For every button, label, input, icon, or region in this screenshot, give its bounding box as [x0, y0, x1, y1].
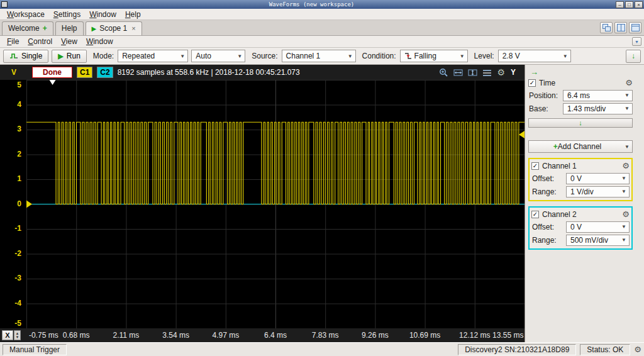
titlebar[interactable]: WaveForms (new workspace) – □ ×	[0, 0, 644, 9]
time-panel: ✓ Time ⚙ Position: 6.4 ms ▼ Base: 1.43 m…	[528, 77, 633, 115]
y-axis-label: 0	[17, 199, 21, 208]
toolbar-expand-button[interactable]: ↓	[626, 50, 641, 63]
y-axis-label: -3	[14, 274, 21, 282]
tab-scope1[interactable]: ▶ Scope 1 ×	[86, 21, 142, 35]
maximize-icon[interactable]: □	[625, 1, 633, 8]
x-axis-labels: -0.75 ms0.68 ms2.11 ms3.54 ms4.97 ms6.4 …	[26, 328, 525, 342]
y-axis-label: -5	[14, 319, 21, 328]
menu-workspace[interactable]: Workspace	[3, 9, 49, 19]
window-title: WaveForms (new workspace)	[9, 1, 614, 8]
condition-select[interactable]: Falling ▼	[400, 50, 468, 62]
channel2-checkbox[interactable]: ✓	[531, 211, 539, 218]
channel2-range-select[interactable]: 500 mV/div ▼	[566, 235, 630, 246]
chevron-down-icon: ▼	[621, 189, 626, 194]
level-select[interactable]: 2.8 V ▼	[498, 50, 571, 62]
main-menubar: Workspace Settings Window Help	[0, 9, 644, 19]
trigger-status: Manual Trigger	[3, 344, 67, 355]
plus-icon: +	[43, 24, 47, 33]
channel1-badge[interactable]: C1	[77, 67, 92, 78]
arrow-down-icon: ↓	[631, 52, 635, 60]
channel2-offset-value: 0 V	[570, 223, 582, 231]
acquisition-info: 8192 samples at 558.6 kHz | 2018-12-18 0…	[118, 68, 300, 77]
y-axis-label: 1	[17, 174, 21, 183]
channel2-offset-label: Offset:	[532, 223, 564, 231]
dock-window-button[interactable]	[629, 22, 641, 33]
x-axis-stepper[interactable]: ▲▼	[14, 330, 21, 340]
base-value: 1.43 ms/div	[567, 104, 606, 113]
y-axis-label: -2	[14, 249, 21, 258]
play-icon: ▶	[58, 52, 63, 60]
menu-view[interactable]: View	[57, 36, 82, 47]
time-gear-icon[interactable]: ⚙	[625, 79, 633, 87]
channel2-offset-select[interactable]: 0 V ▼	[566, 221, 630, 233]
x-axis-label: 10.69 ms	[409, 331, 440, 340]
source-select[interactable]: Channel 1 ▼	[282, 50, 356, 62]
scope-menubar: File Control View Window ▼	[0, 36, 644, 48]
x-axis-button[interactable]: X	[2, 330, 13, 340]
chevron-down-icon: ▼	[621, 175, 626, 181]
arrow-down-icon: ▼	[16, 335, 19, 339]
menubar-overflow-button[interactable]: ▼	[632, 37, 641, 46]
plot-settings-gear-icon[interactable]: ⚙	[497, 68, 505, 77]
time-expand-button[interactable]: ↓	[528, 118, 633, 128]
tile-windows-button[interactable]	[614, 22, 627, 33]
x-axis-label: -0.75 ms	[29, 331, 58, 340]
y-axis-menu-button[interactable]: Y	[509, 68, 521, 77]
zoom-in-icon[interactable]	[439, 68, 448, 77]
chevron-down-icon: ▼	[460, 53, 465, 59]
chevron-down-icon: ▼	[237, 53, 242, 59]
channel2-gear-icon[interactable]: ⚙	[622, 210, 630, 218]
tab-welcome[interactable]: Welcome +	[2, 21, 53, 35]
position-select[interactable]: 6.4 ms ▼	[563, 90, 633, 101]
cascade-windows-button[interactable]	[600, 22, 613, 33]
channel1-label: Channel 1	[542, 162, 619, 170]
measurements-icon[interactable]	[482, 69, 492, 77]
menu-help[interactable]: Help	[121, 9, 145, 19]
single-button[interactable]: Single	[3, 50, 48, 63]
channel2-label: Channel 2	[542, 210, 619, 219]
zoom-y-icon[interactable]	[468, 68, 477, 77]
channel2-badge[interactable]: C2	[97, 67, 113, 78]
scope-header: V Done C1 C2 8192 samples at 558.6 kHz |…	[0, 65, 525, 80]
tab-help[interactable]: Help	[55, 21, 84, 35]
mode-select[interactable]: Repeated ▼	[118, 50, 188, 62]
channel2-range-value: 500 mV/div	[570, 236, 608, 245]
x-axis-control: X ▲▼	[0, 330, 26, 340]
plot-row: 543210-1-2-3-4-5	[0, 80, 525, 328]
x-axis-row: X ▲▼ -0.75 ms0.68 ms2.11 ms3.54 ms4.97 m…	[0, 328, 525, 342]
zoom-x-icon[interactable]	[453, 68, 463, 77]
y-axis-unit: V	[0, 68, 28, 77]
waveform-plot[interactable]	[26, 80, 525, 328]
channel1-checkbox[interactable]: ✓	[531, 162, 539, 170]
scope-play-icon: ▶	[92, 25, 97, 32]
trigger-auto-select[interactable]: Auto ▼	[191, 50, 245, 62]
menu-window-scope[interactable]: Window	[82, 36, 118, 47]
time-checkbox[interactable]: ✓	[528, 79, 536, 87]
chevron-down-icon: ▼	[625, 106, 630, 111]
chevron-down-icon: ▼	[180, 53, 185, 59]
menu-window[interactable]: Window	[85, 9, 121, 19]
x-axis-label: 4.97 ms	[212, 331, 239, 340]
channel1-gear-icon[interactable]: ⚙	[622, 162, 630, 170]
channel1-offset-select[interactable]: 0 V ▼	[566, 173, 630, 184]
tile-icon	[617, 24, 625, 31]
channel1-range-select[interactable]: 1 V/div ▼	[566, 186, 630, 197]
device-gear-icon[interactable]: ⚙	[634, 345, 641, 353]
tab-close-icon[interactable]: ×	[130, 25, 135, 32]
minimize-icon[interactable]: –	[616, 1, 624, 8]
tab-scope1-label: Scope 1	[99, 24, 127, 33]
collapse-sidebar-arrow-icon[interactable]: →	[530, 67, 538, 77]
app-window: WaveForms (new workspace) – □ × Workspac…	[0, 0, 644, 356]
channel2-panel: ✓ Channel 2 ⚙ Offset: 0 V ▼ Range: 500 m…	[528, 206, 633, 250]
base-select[interactable]: 1.43 ms/div ▼	[563, 103, 633, 114]
add-channel-select[interactable]: +Add Channel ▼	[528, 140, 633, 153]
run-button[interactable]: ▶ Run	[52, 50, 86, 63]
menu-control[interactable]: Control	[23, 36, 57, 47]
single-label: Single	[21, 52, 42, 60]
position-value: 6.4 ms	[567, 91, 590, 100]
channel1-range-label: Range:	[532, 187, 564, 196]
menu-file[interactable]: File	[3, 36, 23, 47]
close-icon[interactable]: ×	[635, 1, 643, 8]
tabbar: Welcome + Help ▶ Scope 1 ×	[0, 19, 644, 36]
menu-settings[interactable]: Settings	[49, 9, 85, 19]
